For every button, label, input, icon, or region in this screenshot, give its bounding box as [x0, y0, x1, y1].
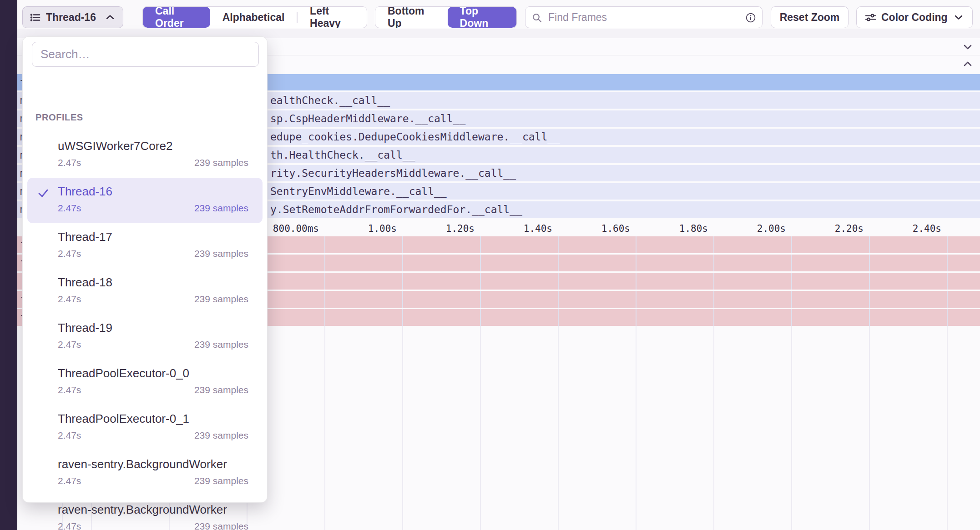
profile-name: Thread-19: [58, 321, 248, 335]
axis-tick: 2.20s: [791, 222, 864, 235]
info-icon[interactable]: [745, 12, 757, 24]
direction-segmented-control: Bottom Up Top Down: [375, 6, 517, 28]
app-sidebar: [0, 0, 17, 530]
frame-label: rity.SecurityHeadersMiddleware.__call__: [270, 165, 516, 181]
profile-samples: 239 samples: [194, 521, 248, 530]
color-coding-button[interactable]: Color Coding: [856, 6, 973, 28]
frame-label: sp.CspHeaderMiddleware.__call__: [270, 110, 465, 127]
axis-tick: 1.00s: [324, 222, 397, 235]
frame-label: edupe_cookies.DedupeCookiesMiddleware.__…: [270, 129, 560, 145]
axis-tick: 1.80s: [635, 222, 708, 235]
profile-name: ThreadPoolExecutor-0_1: [58, 412, 248, 426]
reset-zoom-button[interactable]: Reset Zoom: [771, 6, 849, 28]
profile-samples: 239 samples: [194, 294, 248, 305]
profile-duration: 2.47s: [58, 430, 81, 441]
profile-name: raven-sentry.BackgroundWorker: [58, 457, 248, 471]
find-frames-input[interactable]: [525, 7, 762, 28]
profile-samples: 239 samples: [194, 248, 248, 259]
profile-item[interactable]: uWSGIWorker7Core2 2.47s 239 samples: [27, 132, 263, 178]
chevron-up-icon[interactable]: [962, 58, 974, 70]
thread-selector-label: Thread-16: [46, 11, 96, 24]
profile-samples: 239 samples: [194, 385, 248, 395]
frame-label: y.SetRemoteAddrFromForwardedFor.__call__: [270, 201, 522, 218]
profile-samples: 239 samples: [194, 430, 248, 441]
profile-name: Thread-18: [58, 275, 248, 290]
chevron-up-icon: [105, 12, 116, 23]
sort-segmented-control: Call Order Alphabetical Left Heavy: [142, 6, 367, 28]
axis-tick: 2.40s: [869, 222, 941, 235]
profile-samples: 239 samples: [194, 339, 248, 350]
axis-tick: 2.00s: [713, 222, 786, 235]
profile-item[interactable]: raven-sentry.BackgroundWorker 2.47s 239 …: [27, 450, 263, 496]
profile-name: uWSGIWorker7Core2: [58, 139, 248, 153]
profile-name: raven-sentry.BackgroundWorker: [58, 503, 248, 517]
axis-tick: 1.20s: [402, 222, 475, 235]
list-icon: [30, 12, 40, 23]
axis-tick: 1.40s: [480, 222, 552, 235]
chevron-down-icon[interactable]: [962, 41, 974, 53]
profile-duration: 2.47s: [58, 339, 81, 350]
thread-selector-dropdown: PROFILES uWSGIWorker7Core2 2.47s 239 sam…: [22, 36, 268, 503]
toolbar: Thread-16 Call Order Alphabetical Left H…: [17, 0, 980, 29]
chevron-down-icon: [953, 12, 964, 23]
profile-item[interactable]: Thread-19 2.47s 239 samples: [27, 314, 263, 360]
profile-duration: 2.47s: [58, 203, 81, 214]
direction-option-bottom-up[interactable]: Bottom Up: [375, 7, 448, 28]
find-frames-container: [525, 6, 763, 28]
direction-option-top-down[interactable]: Top Down: [448, 7, 516, 28]
profile-search-input[interactable]: [32, 42, 259, 67]
checkmark-icon: [36, 186, 50, 200]
sliders-icon: [865, 12, 876, 23]
frame-label: th.HealthCheck.__call__: [270, 147, 415, 163]
frame-label: ealthCheck.__call__: [270, 92, 390, 109]
profile-duration: 2.47s: [58, 475, 81, 486]
profile-duration: 2.47s: [58, 521, 81, 530]
sort-option-call-order[interactable]: Call Order: [143, 7, 210, 28]
flamegraph-profiler-screen: Thread-16 Call Order Alphabetical Left H…: [0, 0, 980, 530]
profile-duration: 2.47s: [58, 385, 81, 395]
profile-name: Thread-17: [58, 230, 248, 244]
profile-samples: 239 samples: [194, 475, 248, 486]
sort-option-alphabetical[interactable]: Alphabetical: [210, 7, 297, 28]
profile-item[interactable]: Thread-18 2.47s 239 samples: [27, 269, 263, 314]
profile-name: ThreadPoolExecutor-0_0: [58, 366, 248, 380]
profiles-section-label: PROFILES: [35, 112, 83, 123]
color-coding-label: Color Coding: [881, 11, 948, 24]
reset-zoom-label: Reset Zoom: [780, 11, 840, 24]
profile-samples: 239 samples: [194, 203, 248, 214]
profile-item-selected[interactable]: Thread-16 2.47s 239 samples: [27, 178, 263, 223]
profile-duration: 2.47s: [58, 248, 81, 259]
profile-duration: 2.47s: [58, 157, 81, 168]
profile-duration: 2.47s: [58, 294, 81, 305]
axis-tick: 1.60s: [557, 222, 630, 235]
profile-name: Thread-16: [58, 185, 248, 199]
frame-label: SentryEnvMiddleware.__call__: [270, 183, 447, 200]
profiles-list: uWSGIWorker7Core2 2.47s 239 samples Thre…: [23, 132, 267, 530]
profile-samples: 239 samples: [194, 157, 248, 168]
profile-item[interactable]: raven-sentry.BackgroundWorker 2.47s 239 …: [27, 496, 263, 530]
sort-option-left-heavy[interactable]: Left Heavy: [298, 7, 367, 28]
profile-item[interactable]: ThreadPoolExecutor-0_1 2.47s 239 samples: [27, 405, 263, 450]
thread-selector-button[interactable]: Thread-16: [22, 6, 123, 28]
profile-item[interactable]: Thread-17 2.47s 239 samples: [27, 223, 263, 269]
profile-item[interactable]: ThreadPoolExecutor-0_0 2.47s 239 samples: [27, 360, 263, 405]
search-icon: [532, 13, 542, 23]
